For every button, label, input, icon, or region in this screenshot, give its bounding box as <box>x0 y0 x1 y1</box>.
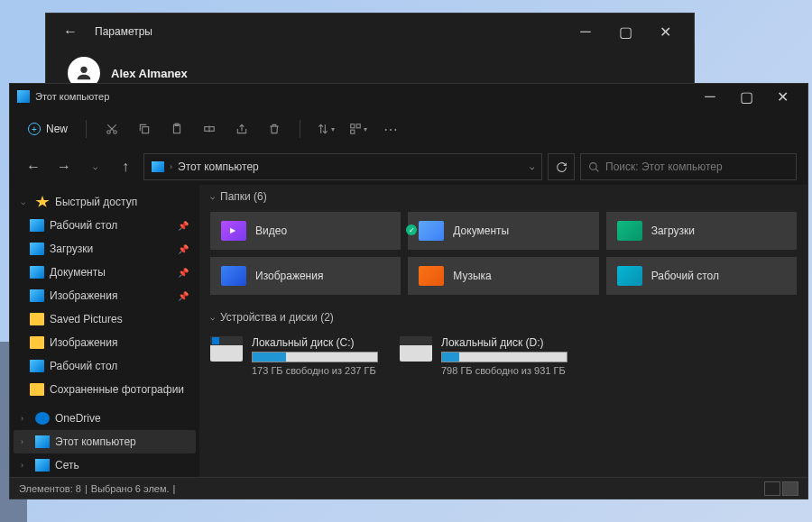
back-button[interactable]: ← <box>57 18 84 45</box>
folder-tile-video[interactable]: Видео <box>210 212 401 250</box>
sort-icon <box>317 123 329 135</box>
maximize-button[interactable]: ▢ <box>607 19 643 44</box>
settings-title: Параметры <box>95 25 152 38</box>
sort-button[interactable]: ▾ <box>311 114 340 143</box>
folder-icon <box>30 360 44 372</box>
sidebar: ⌵Быстрый доступ Рабочий стол📌 Загрузки📌 … <box>10 185 199 477</box>
status-items: Элементов: 8 <box>19 483 81 494</box>
rename-icon <box>203 123 216 135</box>
sidebar-item-label: Рабочий стол <box>50 360 117 372</box>
this-pc-icon <box>152 161 164 172</box>
search-input[interactable]: Поиск: Этот компьютер <box>580 153 797 180</box>
maximize-button[interactable]: ▢ <box>728 84 764 109</box>
user-name: Alex Almanex <box>111 67 188 80</box>
statusbar: Элементов: 8 | Выбрано 6 элем. | <box>10 477 807 499</box>
titlebar[interactable]: Этот компьютер ─ ▢ ✕ <box>10 84 807 109</box>
folder-icon <box>30 289 44 302</box>
sidebar-item-onedrive[interactable]: ›OneDrive <box>14 407 196 430</box>
pin-icon: 📌 <box>178 291 189 301</box>
folder-tile-images[interactable]: Изображения <box>210 257 401 295</box>
pin-icon: 📌 <box>178 244 189 254</box>
address-bar[interactable]: › Этот компьютер ⌵ <box>143 153 542 180</box>
plus-icon: + <box>28 123 41 135</box>
sidebar-item-documents[interactable]: Документы📌 <box>14 261 196 284</box>
delete-icon <box>268 123 281 135</box>
new-button[interactable]: + New <box>21 119 75 139</box>
folder-tile-music[interactable]: Музыка <box>408 257 598 295</box>
refresh-button[interactable] <box>548 153 575 180</box>
folder-label: Музыка <box>453 270 491 282</box>
drive-icon <box>210 336 243 362</box>
copy-button[interactable] <box>130 114 159 143</box>
nav-up-button[interactable]: ↑ <box>113 154 138 179</box>
sidebar-item-images[interactable]: Изображения📌 <box>14 284 196 307</box>
nav-back-button[interactable]: ← <box>21 154 46 179</box>
sidebar-item-label: Сохраненные фотографии <box>50 383 184 396</box>
minimize-button[interactable]: ─ <box>567 19 604 44</box>
minimize-button[interactable]: ─ <box>692 84 728 109</box>
breadcrumb[interactable]: Этот компьютер <box>178 160 259 173</box>
images-icon <box>221 266 246 286</box>
sidebar-item-label: OneDrive <box>55 412 101 425</box>
svg-rect-7 <box>351 124 355 128</box>
group-label: Устройства и диски (2) <box>220 311 334 324</box>
nav-recent-button[interactable]: ⌵ <box>82 154 107 179</box>
cloud-icon <box>35 412 50 425</box>
view-details-button[interactable] <box>764 481 780 496</box>
svg-point-0 <box>80 67 87 73</box>
paste-icon <box>171 123 183 135</box>
view-tiles-button[interactable] <box>782 481 798 496</box>
sidebar-item-network[interactable]: ›Сеть <box>14 453 196 477</box>
window-title: Этот компьютер <box>35 91 109 102</box>
svg-rect-8 <box>356 124 360 128</box>
folder-icon <box>30 219 44 232</box>
close-button[interactable]: ✕ <box>764 84 800 109</box>
folder-tile-downloads[interactable]: Загрузки <box>606 212 797 250</box>
folder-tile-desktop[interactable]: Рабочий стол <box>606 257 797 295</box>
sidebar-item-label: Документы <box>50 266 106 279</box>
sidebar-item-this-pc[interactable]: ›Этот компьютер <box>14 430 196 453</box>
sidebar-item-images-2[interactable]: Изображения <box>14 331 196 354</box>
sidebar-item-label: Рабочий стол <box>50 219 117 232</box>
documents-icon <box>419 221 444 241</box>
sidebar-item-desktop-2[interactable]: Рабочий стол <box>14 354 196 378</box>
sidebar-item-saved-pictures[interactable]: Saved Pictures <box>14 307 196 331</box>
cut-button[interactable] <box>97 114 126 143</box>
delete-button[interactable] <box>260 114 289 143</box>
status-sep: | <box>173 483 176 494</box>
sidebar-item-quick-access[interactable]: ⌵Быстрый доступ <box>14 190 196 214</box>
sidebar-item-label: Быстрый доступ <box>55 196 137 208</box>
drive-c[interactable]: Локальный диск (C:) 173 ГБ свободно из 2… <box>210 336 378 376</box>
nav-forward-button[interactable]: → <box>51 154 77 179</box>
drive-d[interactable]: Локальный диск (D:) 798 ГБ свободно из 9… <box>400 336 567 376</box>
more-button[interactable]: ⋯ <box>376 114 405 143</box>
pin-icon: 📌 <box>178 221 189 231</box>
navigation-row: ← → ⌵ ↑ › Этот компьютер ⌵ Поиск: Этот к… <box>10 149 807 185</box>
paste-button[interactable] <box>162 114 191 143</box>
sidebar-item-downloads[interactable]: Загрузки📌 <box>14 237 196 261</box>
group-header-folders[interactable]: ⌵Папки (6) <box>199 185 807 208</box>
status-selected: Выбрано 6 элем. <box>91 483 170 494</box>
chevron-down-icon[interactable]: ⌵ <box>530 162 534 171</box>
status-sep: | <box>85 483 88 494</box>
folder-tile-documents[interactable]: ✓Документы <box>408 212 598 250</box>
sidebar-item-label: Изображения <box>50 336 117 349</box>
chevron-down-icon: ⌵ <box>210 313 215 322</box>
share-button[interactable] <box>227 114 256 143</box>
new-label: New <box>46 123 68 135</box>
sidebar-item-saved-photos[interactable]: Сохраненные фотографии <box>14 378 196 401</box>
folder-label: Рабочий стол <box>651 270 719 282</box>
sidebar-item-desktop[interactable]: Рабочий стол📌 <box>14 214 196 237</box>
group-header-drives[interactable]: ⌵Устройства и диски (2) <box>199 306 807 329</box>
rename-button[interactable] <box>195 114 224 143</box>
this-pc-icon <box>35 435 50 448</box>
folder-icon <box>30 266 44 279</box>
folder-icon <box>30 313 44 325</box>
close-button[interactable]: ✕ <box>647 19 683 44</box>
drive-label: Локальный диск (C:) <box>252 336 378 349</box>
search-icon <box>588 161 600 173</box>
view-button[interactable]: ▾ <box>344 114 373 143</box>
share-icon <box>235 123 248 135</box>
svg-point-1 <box>107 131 111 134</box>
svg-rect-9 <box>351 130 355 133</box>
